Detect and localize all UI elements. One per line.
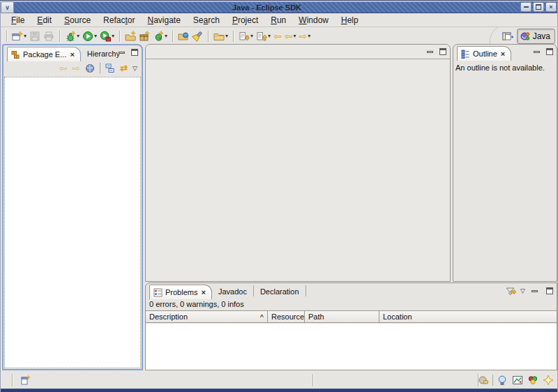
debug-button[interactable]: ▾ <box>63 29 81 44</box>
filter-icon[interactable] <box>505 285 516 296</box>
minimize-button[interactable] <box>520 2 531 12</box>
minimize-view-icon <box>531 290 538 292</box>
open-perspective-icon <box>502 31 513 42</box>
menu-navigate[interactable]: Navigate <box>141 14 186 27</box>
maximize-editor-button[interactable] <box>437 47 448 56</box>
forward-button[interactable]: ⇨ ▾ <box>298 29 312 44</box>
tab-javadoc[interactable]: Javadoc <box>212 284 253 299</box>
minimize-view-button[interactable] <box>531 47 542 56</box>
maximize-button[interactable] <box>533 2 544 12</box>
tab-label: Declaration <box>260 287 299 296</box>
dropdown-caret-icon: ▾ <box>24 33 27 39</box>
next-annotation-icon <box>239 31 250 42</box>
statusbar-separator <box>312 374 313 386</box>
new-java-class-button[interactable]: ▾ <box>151 29 169 44</box>
maximize-icon <box>536 4 541 10</box>
search-button[interactable] <box>190 29 204 44</box>
new-java-project-button[interactable] <box>123 29 137 44</box>
menu-window[interactable]: Window <box>292 14 335 27</box>
column-location[interactable]: Location <box>379 311 557 322</box>
menu-source[interactable]: Source <box>58 14 97 27</box>
java-perspective-toggle[interactable]: Java <box>517 29 555 44</box>
window-title: Java - Eclipse SDK <box>232 3 301 12</box>
view-menu-icon[interactable]: ▽ <box>520 288 525 294</box>
close-tab-icon[interactable]: × <box>69 51 75 59</box>
save-button[interactable] <box>28 29 42 44</box>
tab-declaration[interactable]: Declaration <box>254 284 306 299</box>
dropdown-caret-icon: ▾ <box>225 33 228 39</box>
package-explorer-tree[interactable] <box>4 77 141 368</box>
main-toolbar: ▾ ▾ ▾ ▾ ▾ <box>1 28 557 44</box>
column-description[interactable]: Description ^ <box>146 311 268 322</box>
window-controls: × <box>520 1 557 13</box>
maximize-view-button[interactable] <box>544 286 555 296</box>
maximize-view-icon <box>131 49 138 56</box>
open-type-icon <box>178 31 189 42</box>
collapse-all-icon[interactable] <box>105 63 115 73</box>
status-screenshot-icon[interactable] <box>511 374 524 386</box>
statusbar-icons <box>477 373 555 387</box>
package-explorer-icon <box>11 50 20 59</box>
close-tab-icon[interactable]: × <box>200 289 206 296</box>
dropdown-caret-icon: ▾ <box>268 33 271 39</box>
last-edit-location-button[interactable]: ⇦ <box>272 29 283 44</box>
menu-edit[interactable]: Edit <box>31 14 58 27</box>
tab-label: Problems <box>165 288 197 296</box>
external-tools-button[interactable]: ▾ <box>98 29 116 44</box>
open-type-button[interactable] <box>176 29 190 44</box>
print-button[interactable] <box>42 29 56 44</box>
dropdown-caret-icon: ▾ <box>94 33 97 39</box>
minimize-editor-button[interactable] <box>425 47 435 56</box>
next-annotation-button[interactable]: ▾ <box>237 29 255 44</box>
status-diamond-icon[interactable] <box>542 374 555 386</box>
menu-file[interactable]: File <box>5 14 31 27</box>
dropdown-caret-icon: ▾ <box>112 33 114 39</box>
tab-label: Package E... <box>23 50 66 59</box>
dropdown-caret-icon: ▾ <box>250 33 253 39</box>
run-button[interactable]: ▾ <box>81 29 98 44</box>
maximize-view-button[interactable] <box>129 47 140 57</box>
eclipse-window: ∨ Java - Eclipse SDK × File Edit Source … <box>0 0 558 392</box>
menu-run[interactable]: Run <box>264 14 292 27</box>
window-menu-button[interactable]: ∨ <box>1 1 14 13</box>
minimize-view-button[interactable] <box>116 47 127 57</box>
open-resource-button[interactable]: ▾ <box>212 29 229 44</box>
link-with-editor-icon[interactable]: ⇄ <box>120 63 128 73</box>
new-wizard-button[interactable]: ▾ <box>10 29 28 44</box>
minimize-view-button[interactable] <box>529 286 540 296</box>
toolbar-separator <box>100 63 100 74</box>
close-icon: × <box>549 4 552 10</box>
tab-package-explorer[interactable]: Package E... × <box>7 47 81 61</box>
debug-bug-icon <box>65 31 76 42</box>
status-lamp-icon[interactable] <box>496 374 508 386</box>
menu-project[interactable]: Project <box>226 14 264 27</box>
statusbar-separator <box>492 375 493 386</box>
new-java-package-button[interactable] <box>137 29 151 44</box>
back-button[interactable]: ⇦ ▾ <box>283 29 298 44</box>
close-button[interactable]: × <box>545 2 557 12</box>
tab-outline[interactable]: Outline × <box>457 46 511 61</box>
forward-icon[interactable]: ⇨ <box>72 63 80 74</box>
java-perspective-icon <box>520 31 531 42</box>
open-perspective-button[interactable] <box>501 29 515 44</box>
maximize-view-icon <box>546 287 553 294</box>
sort-ascending-icon: ^ <box>260 313 264 320</box>
back-icon[interactable]: ⇦ <box>59 63 68 74</box>
view-menu-icon[interactable]: ▽ <box>133 66 137 72</box>
save-icon <box>29 31 40 42</box>
minimize-icon <box>524 6 529 8</box>
column-resource[interactable]: Resource <box>268 311 305 322</box>
fast-view-button[interactable] <box>17 373 33 387</box>
tab-problems[interactable]: Problems × <box>149 285 212 299</box>
close-tab-icon[interactable]: × <box>500 50 506 58</box>
status-hand-icon[interactable] <box>477 374 490 386</box>
menu-help[interactable]: Help <box>335 14 365 27</box>
menu-refactor[interactable]: Refactor <box>97 14 141 27</box>
previous-annotation-button[interactable]: ▾ <box>255 29 272 44</box>
up-icon[interactable] <box>85 63 95 73</box>
status-profile-icon[interactable] <box>527 374 539 386</box>
editor-tabrow <box>146 45 450 59</box>
maximize-view-button[interactable] <box>544 47 555 56</box>
menu-search[interactable]: Search <box>187 14 226 27</box>
column-path[interactable]: Path <box>305 311 379 322</box>
